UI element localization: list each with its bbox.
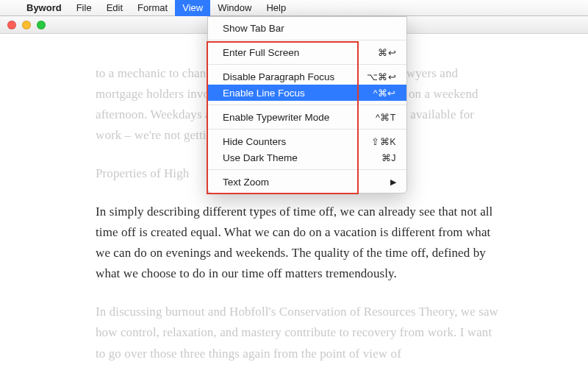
menu-item-shortcut: ^⌘↩ — [373, 88, 396, 99]
menu-separator — [208, 64, 406, 65]
menu-separator — [208, 169, 406, 170]
menu-item-label: Enter Full Screen — [223, 47, 378, 58]
menubar-item-edit[interactable]: Edit — [99, 0, 130, 16]
menu-item-shortcut: ⇧⌘K — [371, 136, 396, 147]
menu-item-use-dark-theme[interactable]: Use Dark Theme ⌘J — [208, 149, 406, 166]
menu-separator — [208, 40, 406, 40]
menu-item-shortcut: ⌥⌘↩ — [367, 71, 397, 82]
view-menu-dropdown: Show Tab Bar Enter Full Screen ⌘↩ Disabl… — [207, 16, 407, 194]
menu-item-disable-paragraph-focus[interactable]: Disable Paragraph Focus ⌥⌘↩ — [208, 68, 406, 85]
menubar-item-view[interactable]: View — [175, 0, 210, 16]
menu-item-label: Use Dark Theme — [223, 152, 381, 163]
window-zoom-button[interactable] — [37, 21, 46, 29]
document-paragraph-3: In simply describing different types of … — [96, 202, 500, 284]
submenu-arrow-icon: ▶ — [390, 177, 396, 187]
menubar-item-help[interactable]: Help — [259, 0, 293, 16]
menu-item-label: Enable Line Focus — [223, 88, 373, 99]
menu-item-enable-typewriter-mode[interactable]: Enable Typewriter Mode ^⌘T — [208, 109, 406, 125]
menubar: Byword File Edit Format View Window Help — [0, 0, 588, 16]
menu-item-enable-line-focus[interactable]: Enable Line Focus ^⌘↩ — [208, 85, 406, 101]
menu-item-shortcut: ⌘J — [381, 152, 396, 163]
menu-item-label: Hide Counters — [223, 136, 371, 147]
menu-item-text-zoom[interactable]: Text Zoom ▶ — [208, 174, 406, 190]
menubar-item-window[interactable]: Window — [210, 0, 259, 16]
menu-item-label: Show Tab Bar — [223, 23, 396, 34]
window-close-button[interactable] — [7, 21, 16, 29]
menu-item-label: Enable Typewriter Mode — [223, 112, 376, 123]
menu-separator — [208, 129, 406, 130]
menubar-item-format[interactable]: Format — [130, 0, 175, 16]
menu-item-shortcut: ^⌘T — [376, 112, 396, 123]
menu-item-hide-counters[interactable]: Hide Counters ⇧⌘K — [208, 133, 406, 149]
menu-item-label: Disable Paragraph Focus — [223, 71, 367, 82]
menubar-item-file[interactable]: File — [69, 0, 99, 16]
menu-item-show-tab-bar[interactable]: Show Tab Bar — [208, 20, 406, 36]
menu-item-enter-full-screen[interactable]: Enter Full Screen ⌘↩ — [208, 44, 406, 60]
menu-separator — [208, 104, 406, 105]
menubar-item-byword[interactable]: Byword — [19, 0, 69, 16]
menu-item-label: Text Zoom — [223, 177, 390, 188]
menu-item-shortcut: ⌘↩ — [378, 47, 396, 58]
document-paragraph-4: In discussing burnout and Hobfoll's Cons… — [96, 302, 500, 363]
window-minimize-button[interactable] — [22, 21, 31, 29]
